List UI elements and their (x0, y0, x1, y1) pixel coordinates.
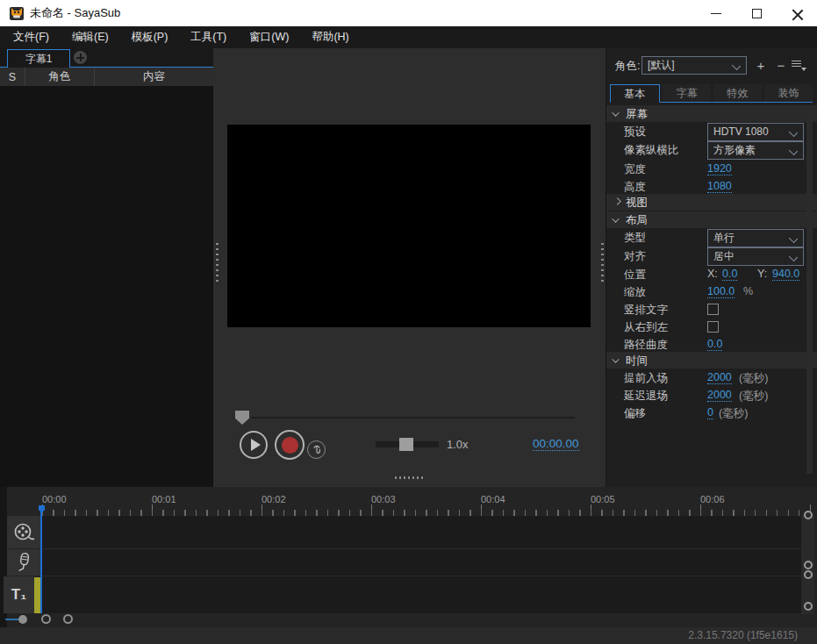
window-title: 未命名 - SayaSub (30, 0, 120, 26)
lead-in-unit: (毫秒) (739, 371, 768, 386)
column-header-role[interactable]: 角色 (25, 68, 94, 86)
x-value[interactable]: 0.0 (722, 268, 737, 281)
right-splitter-handle[interactable] (601, 243, 604, 283)
section-time[interactable]: 时间 (606, 352, 817, 369)
play-button[interactable] (240, 431, 268, 459)
menu-tools[interactable]: 工具(T) (179, 26, 238, 48)
vertical-text-checkbox[interactable] (707, 304, 719, 315)
tab-subtitle[interactable]: 字幕 (663, 84, 711, 102)
app-window: 未命名 - SayaSub 文件(F) 编辑(E) 模板(P) 工具(T) 窗口… (0, 0, 817, 644)
film-reel-icon (12, 521, 35, 544)
preset-dropdown[interactable]: HDTV 1080 (707, 123, 804, 141)
lead-in-label: 提前入场 (624, 371, 668, 386)
height-value[interactable]: 1080 (707, 180, 732, 193)
scale-label: 缩放 (624, 285, 646, 300)
bottom-splitter-handle[interactable] (395, 476, 424, 479)
timeline-tracks-area[interactable] (40, 516, 801, 613)
ruler-label: 00:05 (591, 494, 615, 504)
add-tab-button[interactable] (74, 51, 87, 64)
maximize-button[interactable] (736, 0, 777, 26)
pixel-aspect-dropdown[interactable]: 方形像素 (707, 141, 804, 160)
maximize-icon (752, 9, 762, 18)
width-value[interactable]: 1920 (707, 162, 732, 175)
text-track-header[interactable]: T₁ (4, 576, 34, 613)
y-label: Y: (757, 268, 767, 280)
menu-help[interactable]: 帮助(H) (300, 26, 360, 48)
properties-tab-bar: 基本 字幕 特效 装饰 (610, 84, 813, 103)
menu-edit[interactable]: 编辑(E) (61, 26, 120, 48)
tap-record-button[interactable] (307, 440, 326, 459)
section-view-title: 视图 (626, 195, 648, 211)
track-separator (40, 576, 801, 576)
section-layout[interactable]: 布局 (606, 211, 817, 228)
lead-out-label: 延迟退场 (624, 389, 668, 404)
section-screen[interactable]: 屏幕 (606, 105, 817, 122)
role-row: 角色: [默认] + − (606, 55, 817, 76)
width-label: 宽度 (624, 162, 646, 177)
expand-icon (613, 197, 620, 204)
video-track-header[interactable] (7, 516, 40, 548)
column-header-content[interactable]: 内容 (94, 68, 213, 86)
remove-role-button[interactable]: − (773, 58, 789, 74)
section-time-title: 时间 (626, 353, 648, 369)
video-preview[interactable] (227, 125, 591, 327)
ruler-label: 00:00 (42, 494, 67, 504)
seek-slider-handle[interactable] (235, 411, 249, 425)
column-header-s[interactable]: S (0, 68, 25, 86)
window-controls (696, 0, 817, 26)
vertical-text-label: 竖排文字 (624, 303, 668, 318)
tab-basic[interactable]: 基本 (610, 84, 660, 103)
title-bar: 未命名 - SayaSub (0, 0, 817, 26)
role-label: 角色: (615, 59, 640, 74)
scale-suffix: % (743, 285, 753, 297)
menu-window[interactable]: 窗口(W) (238, 26, 300, 48)
pixel-aspect-label: 像素纵横比 (624, 143, 679, 158)
track-resize-handle[interactable] (804, 602, 813, 611)
tab-effects[interactable]: 特效 (713, 84, 762, 102)
rtl-label: 从右到左 (624, 320, 668, 335)
y-value[interactable]: 940.0 (772, 268, 799, 281)
section-view[interactable]: 视图 (606, 194, 817, 211)
tab-decoration[interactable]: 装饰 (764, 84, 813, 102)
track-resize-handle[interactable] (804, 570, 813, 579)
ruler-label: 00:04 (481, 494, 505, 504)
seek-slider-track[interactable] (251, 417, 575, 419)
section-screen-title: 屏幕 (626, 106, 648, 122)
menu-template[interactable]: 模板(P) (120, 26, 180, 48)
track-resize-handle[interactable] (804, 561, 813, 569)
ruler-label: 00:01 (152, 494, 176, 504)
record-icon (282, 437, 298, 454)
status-bar: 2.3.15.7320 (1f5e1615) (0, 627, 817, 644)
tab-subtitle1[interactable]: 字幕1 (7, 49, 70, 68)
timeline-zoom-slider-handle[interactable] (18, 615, 27, 624)
role-dropdown[interactable]: [默认] (641, 56, 747, 75)
menu-file[interactable]: 文件(F) (2, 26, 61, 48)
minimize-button[interactable] (696, 0, 736, 26)
collapse-icon (612, 109, 619, 116)
align-dropdown[interactable]: 居中 (707, 247, 804, 266)
offset-label: 偏移 (624, 406, 646, 421)
subtitle-table-header: S 角色 内容 (0, 68, 213, 86)
track-resize-handle[interactable] (804, 511, 813, 519)
current-time[interactable]: 00:00.00 (533, 437, 579, 451)
audio-track-header[interactable] (7, 549, 40, 576)
timeline-range-handle-end[interactable] (63, 614, 73, 624)
left-splitter-handle[interactable] (216, 243, 219, 283)
close-button[interactable] (777, 0, 817, 26)
path-curve-value[interactable]: 0.0 (707, 338, 722, 351)
role-menu-button[interactable] (792, 61, 804, 71)
properties-scrollbar[interactable] (806, 105, 813, 474)
playhead[interactable] (40, 505, 42, 613)
scale-value[interactable]: 100.0 (707, 285, 735, 298)
section-layout-title: 布局 (626, 212, 648, 228)
lead-out-value[interactable]: 2000 (707, 389, 732, 402)
offset-value[interactable]: 0 (707, 406, 713, 419)
record-button[interactable] (275, 430, 305, 460)
speed-slider-handle[interactable] (399, 438, 413, 451)
rtl-checkbox[interactable] (707, 321, 719, 333)
height-label: 高度 (624, 180, 646, 195)
lead-in-value[interactable]: 2000 (707, 371, 732, 384)
add-role-button[interactable]: + (753, 58, 769, 74)
type-dropdown[interactable]: 单行 (707, 229, 804, 247)
timeline-range-handle-start[interactable] (41, 614, 51, 624)
